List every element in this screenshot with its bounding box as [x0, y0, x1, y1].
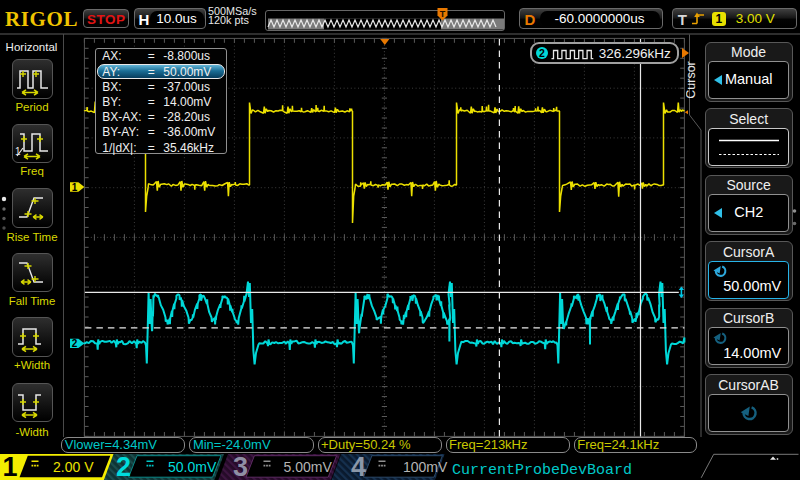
svg-text:2: 2: [116, 453, 131, 480]
svg-text:3: 3: [233, 453, 248, 480]
svg-text:2.00 V: 2.00 V: [53, 459, 94, 475]
svg-text:T: T: [440, 9, 446, 19]
svg-text:4: 4: [351, 453, 366, 480]
svg-text:100mV: 100mV: [403, 459, 448, 475]
svg-text:CurrentProbeDevBoard: CurrentProbeDevBoard: [452, 462, 632, 479]
svg-text:Cursor: Cursor: [686, 61, 698, 99]
svg-text:1: 1: [72, 182, 78, 193]
svg-text:50.0mV: 50.0mV: [168, 459, 217, 475]
svg-text:2: 2: [72, 338, 78, 349]
svg-text:5.00mV: 5.00mV: [284, 459, 333, 475]
svg-text:1: 1: [3, 453, 18, 480]
